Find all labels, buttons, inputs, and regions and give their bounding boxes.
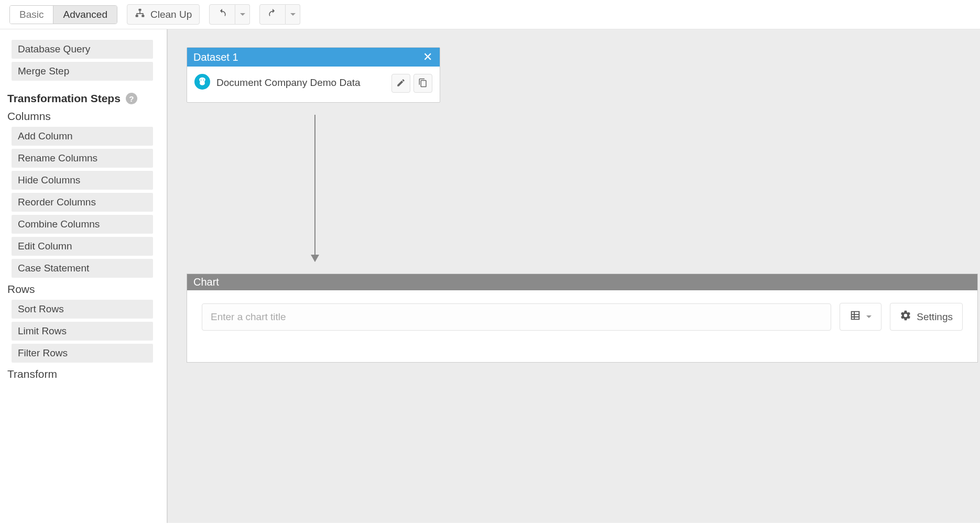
cleanup-button[interactable]: Clean Up	[127, 4, 200, 25]
pencil-icon	[396, 78, 406, 89]
pipeline-canvas[interactable]: Dataset 1 ✕ Document Company Demo Data	[168, 29, 980, 523]
help-icon[interactable]: ?	[126, 93, 137, 104]
sidebar-step-item[interactable]: Rename Columns	[12, 149, 153, 168]
mode-basic-button[interactable]: Basic	[10, 6, 53, 24]
dataset-actions	[391, 74, 432, 93]
chart-heading: Chart	[193, 276, 219, 288]
chart-node[interactable]: Chart Settings	[187, 274, 978, 363]
transformation-steps-label: Transformation Steps	[7, 92, 121, 105]
edit-dataset-button[interactable]	[391, 74, 410, 93]
sidebar-step-item[interactable]: Sort Rows	[12, 300, 153, 319]
dataset-source-label: Document Company Demo Data	[216, 74, 385, 91]
copy-icon	[418, 78, 428, 89]
sidebar-group-header: Rows	[7, 283, 159, 296]
redo-group	[259, 4, 300, 25]
duplicate-dataset-button[interactable]	[413, 74, 432, 93]
svg-rect-1	[136, 15, 138, 17]
caret-down-icon	[290, 13, 296, 16]
chart-title-input[interactable]	[202, 303, 831, 331]
sidebar-step-item[interactable]: Filter Rows	[12, 344, 153, 363]
sidebar-step-item[interactable]: Limit Rows	[12, 322, 153, 341]
table-icon	[850, 310, 861, 324]
caret-down-icon	[866, 315, 872, 318]
dataset-node-body: Document Company Demo Data	[187, 67, 440, 102]
sidebar-group-header: Transform	[7, 368, 159, 380]
undo-icon	[217, 8, 227, 21]
dataset-heading: Dataset 1	[193, 51, 238, 63]
sidebar-step-item[interactable]: Combine Columns	[12, 215, 153, 234]
undo-dropdown-button[interactable]	[235, 4, 250, 25]
sidebar-step-item[interactable]: Reorder Columns	[12, 193, 153, 212]
sidebar-step-item[interactable]: Case Statement	[12, 259, 153, 278]
close-icon[interactable]: ✕	[421, 50, 434, 64]
mode-toggle-group: Basic Advanced	[9, 5, 117, 24]
pipeline-connector	[314, 115, 315, 261]
sidebar-step-item[interactable]: Add Column	[12, 127, 153, 146]
gear-icon	[900, 310, 911, 324]
sidebar-top-item[interactable]: Merge Step	[12, 62, 153, 81]
caret-down-icon	[240, 13, 245, 16]
mode-advanced-button[interactable]: Advanced	[53, 6, 117, 24]
redo-icon	[267, 8, 278, 21]
svg-rect-0	[138, 9, 141, 11]
undo-group	[209, 4, 250, 25]
sidebar-step-item[interactable]: Hide Columns	[12, 171, 153, 190]
chart-type-button[interactable]	[840, 303, 881, 331]
undo-button[interactable]	[209, 4, 235, 25]
svg-rect-2	[141, 15, 144, 17]
postgres-icon	[194, 74, 210, 90]
dataset-node[interactable]: Dataset 1 ✕ Document Company Demo Data	[187, 47, 440, 103]
chart-node-header: Chart	[187, 274, 977, 290]
redo-button[interactable]	[259, 4, 286, 25]
cleanup-label: Clean Up	[150, 9, 192, 20]
steps-sidebar: Database QueryMerge Step Transformation …	[0, 29, 168, 523]
transformation-steps-header: Transformation Steps ?	[7, 92, 159, 105]
sidebar-group-header: Columns	[7, 110, 159, 123]
settings-label: Settings	[917, 311, 953, 323]
hierarchy-icon	[135, 8, 145, 21]
redo-dropdown-button[interactable]	[286, 4, 300, 25]
sidebar-step-item[interactable]: Edit Column	[12, 237, 153, 256]
chart-settings-button[interactable]: Settings	[890, 303, 963, 331]
dataset-node-header: Dataset 1 ✕	[187, 48, 440, 67]
sidebar-top-item[interactable]: Database Query	[12, 40, 153, 59]
chart-node-body: Settings	[187, 290, 977, 362]
top-toolbar: Basic Advanced Clean Up	[0, 0, 980, 29]
